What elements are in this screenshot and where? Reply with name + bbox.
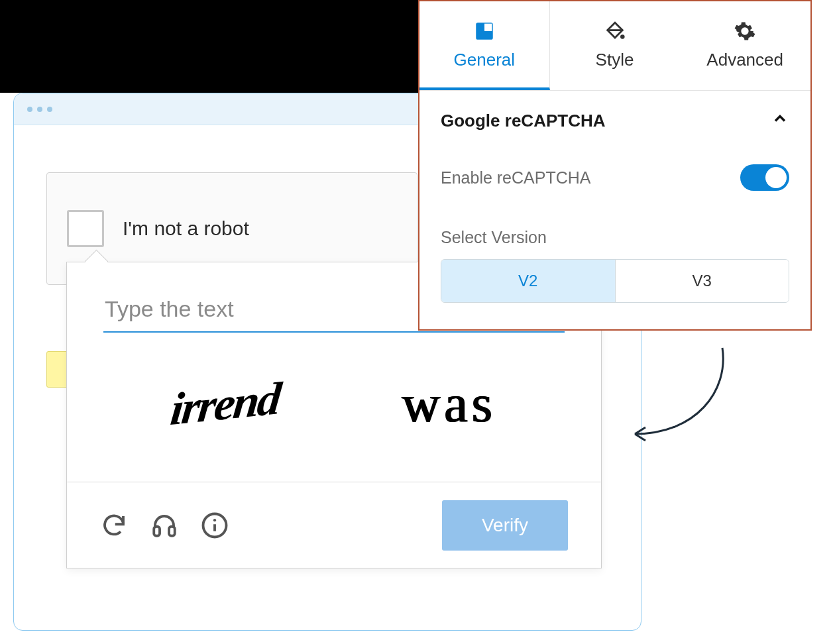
- svg-rect-1: [169, 526, 175, 535]
- captcha-word-2: was: [402, 374, 496, 434]
- reload-icon[interactable]: [100, 511, 128, 539]
- settings-tabs: General Style Advanced: [419, 1, 810, 91]
- captcha-word-1: irrend: [168, 372, 282, 435]
- enable-recaptcha-label: Enable reCAPTCHA: [441, 168, 590, 188]
- tab-general-label: General: [454, 50, 516, 70]
- page-top-black-region: [0, 0, 418, 93]
- recaptcha-checkbox[interactable]: [67, 210, 104, 247]
- enable-recaptcha-toggle[interactable]: [740, 164, 789, 191]
- general-tab-icon: [472, 19, 496, 43]
- style-tab-icon: [603, 19, 627, 43]
- verify-button[interactable]: Verify: [442, 500, 568, 551]
- svg-point-4: [213, 519, 216, 521]
- tab-general[interactable]: General: [419, 1, 550, 90]
- tab-style[interactable]: Style: [550, 1, 681, 90]
- version-option-v3[interactable]: V3: [615, 260, 789, 302]
- tab-advanced[interactable]: Advanced: [680, 1, 810, 90]
- window-traffic-lights: [27, 107, 52, 112]
- svg-point-7: [620, 34, 625, 39]
- recaptcha-challenge-image: irrend was: [103, 346, 565, 462]
- info-icon[interactable]: [201, 511, 229, 539]
- audio-icon[interactable]: [150, 511, 178, 539]
- version-segmented-control: V2 V3: [441, 259, 789, 303]
- chevron-up-icon: [771, 109, 789, 133]
- version-option-v2[interactable]: V2: [441, 260, 615, 302]
- svg-rect-6: [484, 23, 492, 30]
- section-title: Google reCAPTCHA: [441, 111, 605, 131]
- settings-panel: General Style Advanced Google reCAPTC: [418, 0, 812, 331]
- section-header-recaptcha[interactable]: Google reCAPTCHA: [441, 91, 789, 147]
- tab-advanced-label: Advanced: [706, 50, 783, 70]
- tab-style-label: Style: [596, 50, 634, 70]
- select-version-label: Select Version: [441, 208, 789, 259]
- recaptcha-anchor-label: I'm not a robot: [123, 217, 249, 240]
- advanced-tab-icon: [733, 19, 757, 43]
- svg-rect-0: [154, 526, 160, 535]
